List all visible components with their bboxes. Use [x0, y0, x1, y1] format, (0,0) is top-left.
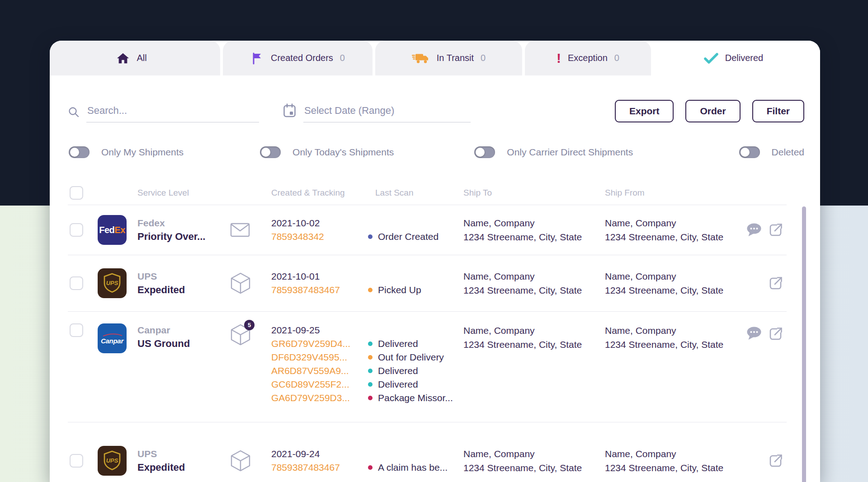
filter-toggles-row: Only My Shipments Only Today's Shipments… — [50, 146, 820, 159]
external-link-icon — [768, 276, 783, 291]
tab-label: Created Orders — [271, 53, 333, 63]
search-input[interactable] — [86, 105, 259, 122]
export-button[interactable]: Export — [615, 100, 674, 122]
chat-bubble-icon — [746, 223, 762, 237]
service-level: Expedited — [137, 283, 230, 297]
last-scan-status: Package Missor... — [368, 391, 463, 405]
carrier-name: UPS — [137, 270, 230, 283]
filter-only-carrier-direct: Only Carrier Direct Shipments — [474, 146, 633, 158]
order-button[interactable]: Order — [685, 100, 740, 122]
search-field-group — [68, 105, 259, 122]
open-shipment-button[interactable] — [765, 222, 787, 238]
filter-only-my-shipments: Only My Shipments — [69, 146, 184, 158]
ups-logo: UPS — [98, 446, 127, 476]
only-my-shipments-toggle[interactable] — [69, 146, 90, 158]
created-date: 2021-09-24 — [271, 447, 368, 461]
table-row: UPS UPS Expedited 2021-09-24 78593874834… — [68, 422, 787, 482]
tab-delivered[interactable]: Delivered — [654, 41, 820, 75]
truck-icon — [412, 52, 430, 65]
last-scan-status: Delivered — [368, 378, 463, 391]
status-dot — [368, 465, 373, 470]
tracking-number[interactable]: 7859348342 — [271, 230, 368, 243]
filter-deleted: Deleted — [739, 146, 804, 158]
flag-icon — [250, 51, 264, 65]
tracking-number[interactable]: 7859387483467 — [271, 461, 368, 474]
service-level: Priority Over... — [137, 230, 230, 243]
tab-label: Delivered — [725, 53, 763, 63]
status-dot — [368, 382, 373, 387]
vertical-scrollbar[interactable] — [802, 206, 806, 482]
ship-from-name: Name, Company — [605, 447, 743, 461]
tab-in-transit[interactable]: In Transit 0 — [375, 41, 522, 75]
ship-from-address: 1234 Streename, City, State — [605, 337, 743, 351]
deleted-toggle[interactable] — [739, 146, 760, 158]
comments-button[interactable] — [743, 223, 765, 237]
service-level: US Ground — [137, 337, 230, 351]
created-date: 2021-10-02 — [271, 216, 368, 230]
row-checkbox[interactable] — [70, 276, 83, 290]
row-checkbox[interactable] — [70, 223, 83, 237]
tab-all[interactable]: All — [50, 41, 220, 75]
tracking-number[interactable]: GC6D89V255F2... — [271, 378, 368, 391]
last-scan-status: Delivered — [368, 337, 463, 351]
tracking-number[interactable]: GA6D79V259D3... — [271, 391, 368, 405]
checkmark-icon — [704, 52, 718, 64]
external-link-icon — [768, 222, 783, 238]
carrier-name: UPS — [137, 447, 230, 461]
toolbar-buttons: Export Order Filter — [615, 100, 804, 122]
toggle-label: Only My Shipments — [101, 147, 184, 158]
filter-only-today: Only Today's Shipments — [260, 146, 394, 158]
only-today-toggle[interactable] — [260, 146, 281, 158]
select-all-checkbox[interactable] — [70, 186, 83, 200]
tab-created-orders[interactable]: Created Orders 0 — [223, 41, 373, 75]
status-dot — [368, 234, 373, 239]
shipment-rows: FedEx Fedex Priority Over... 2021-10-02 … — [68, 205, 787, 482]
ship-from-address: 1234 Streename, City, State — [605, 283, 743, 297]
tracking-number[interactable]: 7859387483467 — [271, 283, 368, 297]
ship-from-name: Name, Company — [605, 216, 743, 230]
table-row: Canpar Canpar US Ground 5 2021-09-25 GR6… — [68, 311, 787, 422]
carrier-name: Fedex — [137, 216, 230, 230]
exclamation-icon: ! — [557, 51, 561, 65]
toggle-label: Only Today's Shipments — [292, 147, 394, 158]
table-header: Service Level Created & Tracking Last Sc… — [68, 185, 787, 201]
ship-to-name: Name, Company — [463, 269, 605, 283]
canpar-logo: Canpar — [98, 323, 127, 353]
header-ship-from: Ship From — [605, 188, 743, 198]
tracking-number[interactable]: AR6D87V559A9... — [271, 364, 368, 378]
ship-to-name: Name, Company — [463, 216, 605, 230]
open-shipment-button[interactable] — [765, 276, 787, 291]
row-checkbox[interactable] — [70, 323, 83, 337]
header-last-scan: Last Scan — [368, 188, 463, 198]
tab-exception[interactable]: ! Exception 0 — [525, 41, 651, 75]
fedex-logo: FedEx — [98, 215, 127, 245]
tracking-number[interactable]: DF6D329V4595... — [271, 351, 368, 364]
ship-to-address: 1234 Streename, City, State — [463, 337, 605, 351]
external-link-icon — [768, 453, 783, 468]
tracking-number[interactable]: GR6D79V259D4... — [271, 337, 368, 351]
open-shipment-button[interactable] — [765, 453, 787, 468]
date-range-input[interactable] — [303, 105, 471, 122]
ups-logo: UPS — [98, 268, 127, 298]
ship-to-address: 1234 Streename, City, State — [463, 283, 605, 297]
created-date: 2021-09-25 — [271, 323, 368, 337]
service-level: Expedited — [137, 461, 230, 474]
package-count-badge: 5 — [244, 320, 255, 330]
envelope-icon — [230, 222, 250, 238]
tab-bar: All Created Orders 0 In Transit 0 — [50, 41, 820, 75]
filter-button[interactable]: Filter — [752, 100, 804, 122]
toggle-label: Only Carrier Direct Shipments — [507, 147, 633, 158]
tab-count: 0 — [614, 53, 619, 63]
tab-label: All — [137, 53, 146, 63]
package-icon — [230, 449, 251, 472]
svg-text:UPS: UPS — [106, 457, 118, 464]
last-scan-status: A claim has be... — [368, 461, 463, 474]
row-checkbox[interactable] — [70, 454, 83, 468]
comments-button[interactable] — [743, 312, 765, 341]
open-shipment-button[interactable] — [765, 312, 787, 342]
ship-to-address: 1234 Streename, City, State — [463, 230, 605, 244]
only-carrier-direct-toggle[interactable] — [474, 146, 495, 158]
header-ship-to: Ship To — [463, 188, 605, 198]
shipments-panel: All Created Orders 0 In Transit 0 — [50, 41, 820, 482]
last-scan-status: Order Created — [368, 230, 463, 243]
